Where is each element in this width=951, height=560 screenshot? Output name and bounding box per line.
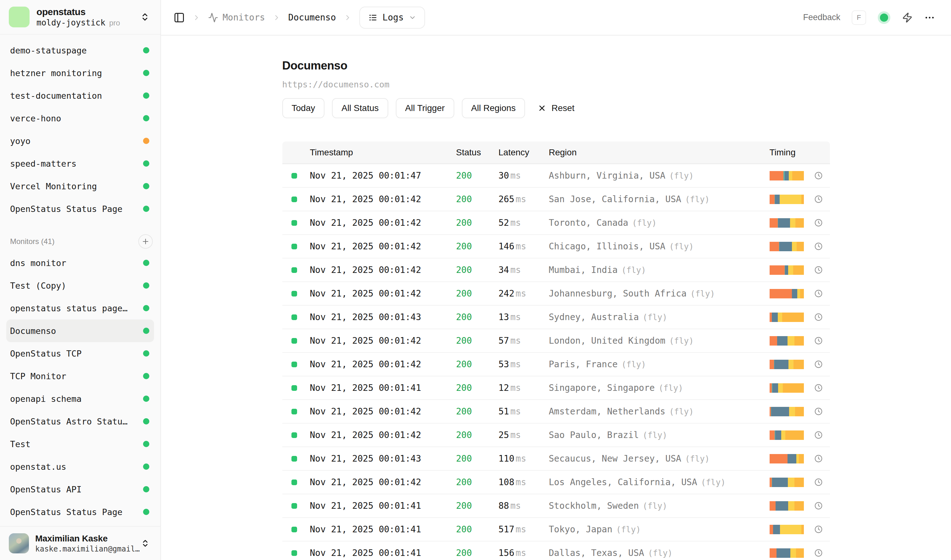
log-row[interactable]: Nov 21, 2025 00:01:4220051msAmsterdam, N… [282, 400, 830, 423]
log-row[interactable]: Nov 21, 2025 00:01:41200517msTokyo, Japa… [282, 518, 830, 542]
row-timing-detail-button[interactable] [814, 502, 823, 510]
clock-icon [814, 218, 823, 227]
sidebar-item-status-page[interactable]: hetzner monitoring [6, 62, 154, 84]
sidebar-item-monitor[interactable]: dns monitor [6, 252, 154, 274]
sidebar-item-status-page[interactable]: speed-matters [6, 152, 154, 175]
sidebar-item-monitor[interactable]: OpenStatus Astro Statu… [6, 410, 154, 433]
cell-timestamp: Nov 21, 2025 00:01:42 [304, 430, 449, 440]
log-row[interactable]: Nov 21, 2025 00:01:4220057msLondon, Unit… [282, 329, 830, 353]
sidebar-item-monitor[interactable]: OpenStatus TCP [6, 342, 154, 365]
sidebar-item-status-page[interactable]: test-documentation [6, 84, 154, 107]
monitors-section-header: Monitors (41) [6, 231, 154, 252]
row-timing-detail-button[interactable] [814, 289, 823, 298]
log-row[interactable]: Nov 21, 2025 00:01:43200110msSecaucus, N… [282, 447, 830, 471]
sidebar-item-status-page[interactable]: yoyo [6, 129, 154, 152]
timing-bar [769, 218, 804, 228]
log-row[interactable]: Nov 21, 2025 00:01:4220034msMumbai, Indi… [282, 258, 830, 282]
row-timing-detail-button[interactable] [814, 384, 823, 392]
sidebar-item-monitor[interactable]: openstat.us [6, 455, 154, 478]
row-timing-detail-button[interactable] [814, 337, 823, 345]
region-name: Chicago, Illinois, USA [549, 241, 666, 252]
timing-segment-dns [769, 312, 772, 322]
latency-value: 52 [499, 218, 509, 228]
sidebar-item-monitor[interactable]: OpenStatus API [6, 478, 154, 501]
row-status-indicator [291, 197, 297, 202]
log-row[interactable]: Nov 21, 2025 00:01:42200108msLos Angeles… [282, 471, 830, 494]
row-timing-detail-button[interactable] [814, 218, 823, 227]
add-monitor-button[interactable] [138, 234, 153, 249]
filter-button-all-regions[interactable]: All Regions [462, 98, 525, 118]
row-timing-detail-button[interactable] [814, 407, 823, 416]
timing-segment-transfer [795, 407, 804, 416]
log-row[interactable]: Nov 21, 2025 00:01:4220052msToronto, Can… [282, 211, 830, 235]
cell-latency: 34ms [493, 265, 542, 275]
sidebar-item-monitor[interactable]: Test (Copy) [6, 274, 154, 297]
filter-button-today[interactable]: Today [282, 98, 325, 118]
sidebar-item-monitor[interactable]: Test [6, 433, 154, 455]
filter-button-all-status[interactable]: All Status [332, 98, 388, 118]
logs-table-header: TimestampStatusLatencyRegionTiming [282, 142, 830, 164]
cell-latency: 13ms [493, 312, 542, 322]
log-row[interactable]: Nov 21, 2025 00:01:42200242msJohannesbur… [282, 282, 830, 306]
view-selector-button[interactable]: Logs [359, 6, 425, 29]
status-dot [143, 183, 149, 189]
row-timing-detail-button[interactable] [814, 431, 823, 439]
sidebar-item-monitor[interactable]: TCP Monitor [6, 365, 154, 388]
feedback-button[interactable]: Feedback [803, 12, 840, 22]
row-timing-detail-button[interactable] [814, 478, 823, 486]
sidebar-toggle-button[interactable] [174, 12, 185, 23]
log-row[interactable]: Nov 21, 2025 00:01:42200265msSan Jose, C… [282, 188, 830, 211]
region-name: Toronto, Canada [549, 218, 628, 228]
more-options-button[interactable] [924, 12, 935, 23]
workspace-switcher[interactable]: openstatus moldy-joystick pro [0, 0, 160, 35]
clock-icon [814, 407, 823, 416]
sidebar-item-status-page[interactable]: verce-hono [6, 107, 154, 129]
timing-segment-transfer [797, 242, 804, 251]
cell-timing [763, 383, 830, 393]
sidebar-item-monitor[interactable]: openstatus status page… [6, 297, 154, 320]
sidebar-item-status-page[interactable]: OpenStatus Status Page [6, 197, 154, 220]
row-timing-detail-button[interactable] [814, 242, 823, 251]
log-row[interactable]: Nov 21, 2025 00:01:41200156msDallas, Tex… [282, 542, 830, 560]
cell-timestamp: Nov 21, 2025 00:01:42 [304, 288, 449, 299]
filter-button-all-trigger[interactable]: All Trigger [396, 98, 454, 118]
log-row[interactable]: Nov 21, 2025 00:01:4720030msAshburn, Vir… [282, 164, 830, 188]
row-timing-detail-button[interactable] [814, 525, 823, 534]
sidebar-item-monitor[interactable]: openapi schema [6, 388, 154, 410]
log-row[interactable]: Nov 21, 2025 00:01:4220053msParis, Franc… [282, 353, 830, 376]
log-row[interactable]: Nov 21, 2025 00:01:42200146msChicago, Il… [282, 235, 830, 258]
breadcrumb-documenso[interactable]: Documenso [288, 12, 336, 23]
sidebar-scroll-area[interactable]: demo-statuspagehetzner monitoringtest-do… [0, 35, 160, 526]
region-name: London, United Kingdom [549, 335, 666, 346]
zap-button[interactable] [902, 12, 913, 23]
row-timing-detail-button[interactable] [814, 360, 823, 369]
sidebar-item-label: Documenso [10, 326, 56, 336]
monitors-list: dns monitorTest (Copy)openstatus status … [0, 252, 160, 523]
reset-filters-button[interactable]: Reset [538, 103, 574, 113]
timing-segment-tls [792, 289, 797, 298]
log-row[interactable]: Nov 21, 2025 00:01:4320013msSydney, Aust… [282, 306, 830, 329]
sidebar-item-status-page[interactable]: demo-statuspage [6, 39, 154, 62]
cell-timing [763, 265, 830, 275]
region-provider: (fly) [648, 548, 672, 558]
log-row[interactable]: Nov 21, 2025 00:01:4120012msSingapore, S… [282, 376, 830, 400]
row-timing-detail-button[interactable] [814, 454, 823, 463]
row-timing-detail-button[interactable] [814, 313, 823, 322]
sidebar-item-monitor-selected[interactable]: Documenso [6, 320, 154, 342]
latency-value: 30 [499, 171, 509, 181]
cell-timestamp: Nov 21, 2025 00:01:41 [304, 548, 449, 558]
log-row[interactable]: Nov 21, 2025 00:01:4120088msStockholm, S… [282, 494, 830, 518]
timing-segment-ttfb [781, 431, 785, 440]
row-timing-detail-button[interactable] [814, 171, 823, 180]
breadcrumb-monitors[interactable]: Monitors [208, 12, 265, 23]
row-status-indicator [291, 267, 297, 273]
row-timing-detail-button[interactable] [814, 266, 823, 274]
log-row[interactable]: Nov 21, 2025 00:01:4220025msSao Paulo, B… [282, 423, 830, 447]
row-timing-detail-button[interactable] [814, 549, 823, 557]
latency-unit: ms [510, 406, 521, 417]
sidebar-item-status-page[interactable]: Vercel Monitoring [6, 175, 154, 197]
row-timing-detail-button[interactable] [814, 195, 823, 203]
sidebar-item-monitor[interactable]: OpenStatus Status Page [6, 501, 154, 523]
user-menu[interactable]: Maximilian Kaske kaske.maximilian@gmail… [0, 526, 160, 560]
timing-segment-tls [772, 312, 778, 322]
